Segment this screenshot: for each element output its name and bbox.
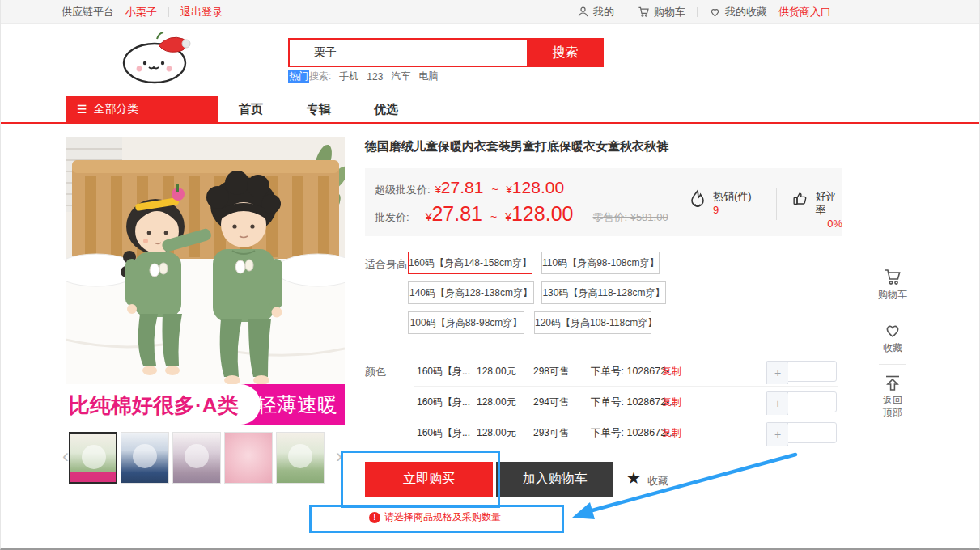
thumbnail-figure [133,444,157,468]
thumbnail-figure [82,445,106,469]
site-logo[interactable] [114,28,199,86]
cart-icon [883,267,902,286]
retail-price: 零售价: ¥581.00 [592,210,668,225]
supplier-entry-link[interactable]: 供货商入口 [778,5,831,19]
hamburger-icon: ☰ [77,103,87,116]
floating-sidebar: 购物车 收藏 返回顶部 [873,264,912,422]
quantity-stepper: - 0 + [766,361,837,382]
row-divider [414,386,838,387]
super-wholesale-row: 超级批发价: ¥27.81 ~ ¥128.00 [375,178,564,197]
favorites-link[interactable]: 我的收藏 [709,5,767,19]
qty-plus-button[interactable]: + [766,423,788,446]
error-message-row: ! 请选择商品规格及采购数量 [369,510,501,524]
topbar-left: 供应链平台 小栗子 退出登录 [62,0,223,23]
my-account-link[interactable]: 我的 [577,5,614,19]
sku-stock: 298可售 [533,360,569,383]
size-option[interactable]: 120码【身高108-118cm穿】 [534,311,651,334]
sidebar-favorite-button[interactable]: 收藏 [873,317,912,358]
thumbnail-label-strip [70,472,116,482]
add-to-cart-button[interactable]: 加入购物车 [496,462,613,497]
cart-link[interactable]: 购物车 [638,5,685,19]
platform-label: 供应链平台 [62,5,114,19]
divider [879,364,906,365]
back-to-top-label: 返回顶部 [881,395,904,419]
sku-row: 160码【身... 128.00元 293可售 下单号: 1028672-...… [1,421,980,444]
hot-search-highlight: 热门 [288,70,309,83]
search-bar: 搜索 [288,38,604,67]
hot-term[interactable]: 手机 [339,70,358,83]
currency: ¥ [505,210,511,223]
price-tilde: ~ [487,210,500,223]
sku-stock: 294可售 [533,391,569,413]
sku-name: 160码【身... [417,391,470,413]
all-categories-button[interactable]: ☰ 全部分类 [66,96,218,122]
size-option[interactable]: 100码【身高88-98cm穿】 [408,311,524,334]
all-categories-label: 全部分类 [94,102,139,116]
logout-link[interactable]: 退出登录 [180,5,223,19]
divider [626,7,626,17]
quantity-stepper: - 0 + [766,391,837,412]
size-option[interactable]: 130码【身高118-128cm穿】 [541,281,666,304]
error-icon: ! [369,512,380,523]
rating-stat: 好评率 0% [792,189,842,231]
wholesale-row: 批发价: ¥27.81 ~ ¥128.00 零售价: ¥581.00 [375,202,668,226]
sku-name: 160码【身... [417,421,470,444]
hot-term[interactable]: 汽车 [391,70,410,83]
hot-search-row: 热门 搜索: 手机 123 汽车 电脑 [288,70,438,83]
thumbnail-next-icon[interactable]: › [336,446,342,466]
search-input[interactable] [288,38,527,67]
qty-plus-button[interactable]: + [766,392,788,415]
wholesale-label: 批发价: [375,210,409,225]
hot-sales-value: 9 [713,203,752,217]
flame-icon [689,189,706,210]
hot-term[interactable]: 电脑 [418,70,438,83]
sku-price: 128.00元 [477,360,516,383]
thumbnail-figure [185,444,209,468]
thumbs-up-icon [792,189,809,209]
sku-price: 128.00元 [477,421,516,444]
size-option[interactable]: 110码【身高98-108cm穿】 [541,252,660,274]
divider [879,311,906,311]
divider [168,7,169,17]
favorite-star-icon[interactable]: ★ [626,470,641,486]
super-wholesale-label: 超级批发价: [375,183,431,197]
nav-item-featured[interactable]: 优选 [374,102,398,117]
product-title: 德国磨绒儿童保暖内衣套装男童打底保暖衣女童秋衣秋裤 [365,139,834,154]
sku-stock: 293可售 [533,421,569,444]
currency: ¥ [435,184,441,196]
row-divider [414,417,838,417]
back-to-top-icon [883,374,902,393]
buy-now-button[interactable]: 立即购买 [365,462,493,497]
nav-item-albums[interactable]: 专辑 [307,102,331,117]
copy-link[interactable]: 复制 [662,391,681,413]
size-option[interactable]: 160码【身高148-158cm穿】 [408,252,532,274]
sidebar-cart-button[interactable]: 购物车 [873,264,912,305]
thumbnail-prev-icon[interactable]: ‹ [62,446,69,466]
copy-link[interactable]: 复制 [662,360,681,383]
cart-icon [638,6,650,18]
error-message: 请选择商品规格及采购数量 [384,510,501,524]
username-link[interactable]: 小栗子 [125,5,157,19]
heart-icon [883,320,902,340]
size-section-label: 适合身高 [365,257,407,272]
price-low: 27.81 [441,178,484,197]
favorites-label: 我的收藏 [725,5,767,19]
page: 供应链平台 小栗子 退出登录 我的 购物车 我的收藏 供货商入口 [0,0,980,550]
nav-item-home[interactable]: 首页 [239,102,263,117]
favorite-label[interactable]: 收藏 [647,474,668,489]
hot-sales-stat: 热销(件) 9 [689,189,752,217]
sku-row: 160码【身... 128.00元 294可售 下单号: 1028672-...… [1,391,980,413]
back-to-top-button[interactable]: 返回顶部 [873,370,912,422]
sidebar-cart-label: 购物车 [873,288,912,302]
rating-value: 0% [816,217,842,231]
my-account-label: 我的 [593,5,614,19]
heart-icon [709,6,721,18]
hot-sales-label: 热销(件) [713,189,752,203]
size-option[interactable]: 140码【身高128-138cm穿】 [408,281,534,304]
hot-term[interactable]: 123 [367,71,383,82]
copy-link[interactable]: 复制 [662,421,681,444]
search-button[interactable]: 搜索 [527,38,604,67]
qty-plus-button[interactable]: + [766,362,788,384]
quantity-stepper: - 0 + [766,422,837,443]
nav-underline [1,122,980,124]
